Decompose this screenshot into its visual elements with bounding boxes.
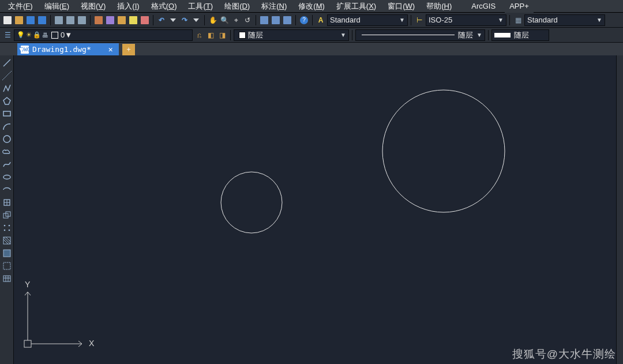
table-icon[interactable] (2, 273, 12, 284)
vertical-scrollbar[interactable] (616, 55, 623, 364)
insert-block-icon[interactable] (2, 197, 12, 208)
lineweight-dropdown[interactable]: 随层 (491, 29, 549, 41)
separator (230, 30, 231, 40)
menu-modify[interactable]: 修改(M) (292, 0, 331, 13)
pan-icon[interactable]: ✋ (208, 15, 218, 25)
menu-express[interactable]: 扩展工具(X) (331, 0, 382, 13)
svg-point-12 (8, 225, 10, 227)
redo-icon[interactable]: ↷ (179, 15, 190, 25)
undo-icon[interactable]: ↶ (156, 15, 167, 25)
svg-line-1 (2, 71, 12, 80)
separator (411, 15, 411, 25)
text-style-icon[interactable]: A (316, 15, 326, 25)
spline-icon[interactable] (2, 159, 12, 170)
zoom-prev-icon[interactable]: ↺ (242, 15, 253, 25)
text-style-value: Standard (330, 16, 361, 24)
ellipse-icon[interactable] (2, 172, 12, 182)
table-style-dropdown[interactable]: Standard ▼ (524, 14, 605, 26)
separator (488, 30, 489, 40)
hatch-icon[interactable] (2, 235, 12, 246)
print-icon[interactable] (54, 15, 64, 25)
freeze-icon: ☀ (25, 31, 33, 39)
plot-icon: 🖶 (41, 31, 49, 39)
rectangle-icon[interactable] (2, 108, 12, 119)
color-dropdown[interactable]: 随层 ▼ (234, 29, 349, 41)
polyline-icon[interactable] (2, 83, 12, 93)
cut-icon[interactable] (93, 15, 104, 25)
drawn-circle-large[interactable] (382, 90, 505, 212)
collapse-icon[interactable]: ▼ (18, 46, 25, 54)
circle-icon[interactable] (2, 134, 12, 144)
menu-draw[interactable]: 绘图(D) (219, 0, 256, 13)
svg-rect-19 (3, 250, 10, 257)
design-center-icon[interactable] (271, 15, 281, 25)
preview-icon[interactable] (65, 15, 76, 25)
menu-help[interactable]: 帮助(H) (421, 0, 457, 13)
gradient-icon[interactable] (2, 248, 12, 258)
polygon-icon[interactable] (2, 96, 12, 106)
region-icon[interactable] (2, 261, 12, 271)
undo-dropdown-icon[interactable] (168, 15, 178, 25)
color-swatch-icon (239, 32, 246, 39)
menu-format[interactable]: 格式(O) (145, 0, 183, 13)
ellipse-arc-icon[interactable] (2, 185, 12, 195)
menu-arcgis[interactable]: ArcGIS (467, 0, 500, 13)
menu-window[interactable]: 窗口(W) (382, 0, 421, 13)
dim-style-icon[interactable]: ⊢ (414, 15, 425, 25)
copy-icon[interactable] (105, 15, 115, 25)
new-tab-button[interactable]: ＋ (122, 44, 135, 55)
make-block-icon[interactable] (2, 210, 12, 220)
linetype-preview-icon (362, 35, 455, 35)
layer-make-icon[interactable]: ◨ (217, 30, 227, 40)
menu-file[interactable]: 文件(F) (2, 0, 39, 13)
bulb-icon: 💡 (17, 31, 25, 39)
menu-dimension[interactable]: 标注(N) (256, 0, 292, 13)
open-icon[interactable] (14, 15, 24, 25)
axis-y-label: Y (25, 280, 31, 289)
drawing-canvas[interactable]: X Y (14, 55, 623, 364)
text-style-dropdown[interactable]: Standard ▼ (327, 14, 408, 26)
svg-line-18 (6, 237, 10, 242)
publish-icon[interactable] (77, 15, 87, 25)
saveall-icon[interactable] (37, 15, 47, 25)
construction-line-icon[interactable] (2, 70, 12, 81)
point-icon[interactable] (2, 223, 12, 233)
layer-dropdown[interactable]: 💡 ☀ 🔒 🖶 0 ▼ (14, 29, 193, 41)
save-icon[interactable] (25, 15, 36, 25)
separator (295, 15, 296, 25)
menu-edit[interactable]: 编辑(E) (39, 0, 75, 13)
menu-insert[interactable]: 插入(I) (111, 0, 145, 13)
linetype-dropdown[interactable]: 随层 ▼ (355, 29, 485, 41)
menu-app-plus[interactable]: APP+ (505, 0, 534, 13)
erase-icon[interactable] (140, 15, 150, 25)
menu-bar: 文件(F) 编辑(E) 视图(V) 插入(I) 格式(O) 工具(T) 绘图(D… (0, 0, 623, 13)
svg-marker-2 (3, 97, 10, 104)
line-icon[interactable] (2, 58, 12, 68)
dim-style-dropdown[interactable]: ISO-25 ▼ (426, 14, 506, 26)
menu-tools[interactable]: 工具(T) (182, 0, 219, 13)
tool-palette-icon[interactable] (282, 15, 292, 25)
paste-icon[interactable] (117, 15, 127, 25)
help-icon[interactable]: ? (299, 15, 309, 25)
separator (312, 15, 313, 25)
separator (50, 15, 51, 25)
layer-manager-icon[interactable]: ☰ (2, 30, 13, 40)
tab-drawing1[interactable]: DWG Drawing1.dwg* ✕ (17, 43, 119, 56)
cloud-icon[interactable] (2, 147, 12, 157)
layer-prev-icon[interactable]: ⎌ (194, 30, 204, 40)
separator (509, 15, 510, 25)
zoom-window-icon[interactable]: ⌖ (231, 15, 241, 25)
matchprop-icon[interactable] (128, 15, 138, 25)
layer-state-icon[interactable]: ◧ (205, 30, 216, 40)
redo-dropdown-icon[interactable] (191, 15, 201, 25)
close-icon[interactable]: ✕ (108, 45, 113, 54)
layer-color-swatch (51, 32, 58, 39)
arc-icon[interactable] (2, 121, 12, 132)
properties-icon[interactable] (259, 15, 269, 25)
zoom-realtime-icon[interactable]: 🔍 (219, 15, 230, 25)
separator (90, 15, 91, 25)
new-icon[interactable] (2, 15, 13, 25)
menu-view[interactable]: 视图(V) (75, 0, 111, 13)
drawn-circle-small[interactable] (221, 172, 282, 233)
table-style-icon[interactable]: ▦ (513, 15, 523, 25)
